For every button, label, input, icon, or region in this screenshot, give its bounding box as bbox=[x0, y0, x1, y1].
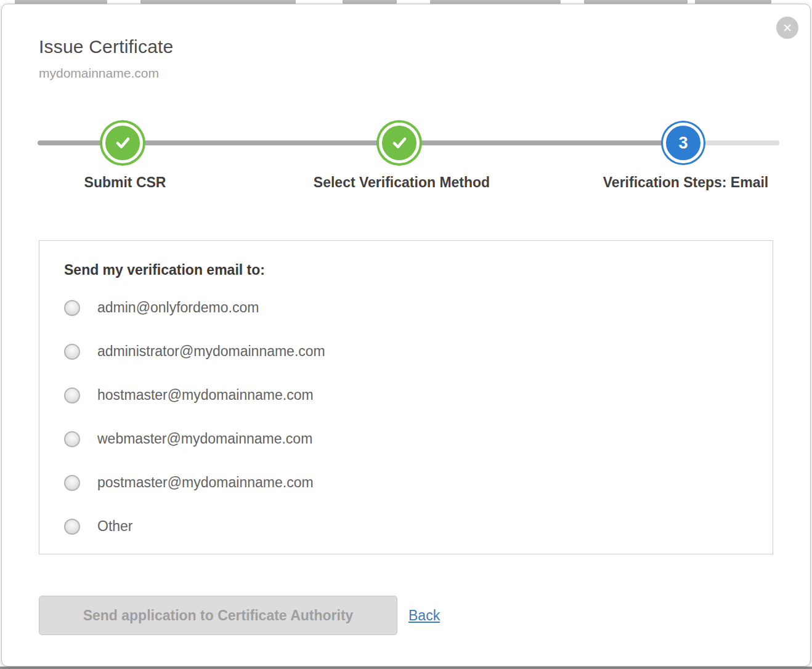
page-title: Issue Certificate bbox=[39, 36, 773, 57]
email-option-row[interactable]: administrator@mydomainname.com bbox=[64, 343, 748, 360]
email-option-row[interactable]: postmaster@mydomainname.com bbox=[64, 474, 748, 491]
email-option-row[interactable]: webmaster@mydomainname.com bbox=[64, 431, 748, 447]
issue-certificate-dialog: ✕ Issue Certificate mydomainname.com 3 S bbox=[1, 4, 811, 667]
close-icon: ✕ bbox=[782, 21, 792, 34]
check-icon bbox=[389, 133, 409, 153]
radio-button[interactable] bbox=[64, 475, 80, 491]
progress-stepper: 3 Submit CSR Select Verification Method … bbox=[2, 120, 810, 200]
radio-button[interactable] bbox=[64, 344, 80, 360]
panel-heading: Send my verification email to: bbox=[64, 262, 748, 278]
step-3-indicator: 3 bbox=[663, 123, 704, 163]
email-option-row[interactable]: Other bbox=[64, 518, 748, 535]
email-option-label[interactable]: hostmaster@mydomainname.com bbox=[97, 387, 314, 403]
back-link[interactable]: Back bbox=[408, 607, 440, 624]
radio-button[interactable] bbox=[64, 387, 80, 403]
check-icon bbox=[113, 133, 132, 153]
email-option-label[interactable]: administrator@mydomainname.com bbox=[97, 343, 325, 360]
radio-button[interactable] bbox=[64, 519, 80, 535]
domain-name: mydomainname.com bbox=[39, 66, 773, 81]
step-3-label: Verification Steps: Email bbox=[603, 174, 768, 191]
email-option-label[interactable]: postmaster@mydomainname.com bbox=[97, 474, 314, 491]
email-option-row[interactable]: admin@onlyfordemo.com bbox=[64, 299, 748, 316]
dialog-header: Issue Certificate mydomainname.com bbox=[2, 4, 810, 81]
step-2-indicator bbox=[379, 123, 420, 163]
step-number: 3 bbox=[678, 134, 688, 153]
step-2-label: Select Verification Method bbox=[314, 174, 490, 191]
radio-button[interactable] bbox=[64, 431, 80, 447]
step-1-indicator bbox=[102, 123, 143, 163]
radio-button[interactable] bbox=[64, 300, 80, 316]
step-1-label: Submit CSR bbox=[84, 174, 166, 191]
page-behind-bottom-edge bbox=[0, 667, 812, 669]
email-option-label[interactable]: Other bbox=[97, 518, 133, 535]
dialog-actions: Send application to Certificate Authorit… bbox=[39, 596, 773, 635]
email-selection-panel: Send my verification email to: admin@onl… bbox=[39, 240, 773, 554]
email-option-row[interactable]: hostmaster@mydomainname.com bbox=[64, 387, 748, 403]
email-option-label[interactable]: webmaster@mydomainname.com bbox=[97, 431, 312, 447]
close-button[interactable]: ✕ bbox=[776, 17, 798, 39]
send-application-button[interactable]: Send application to Certificate Authorit… bbox=[39, 596, 397, 635]
email-option-label[interactable]: admin@onlyfordemo.com bbox=[97, 299, 259, 316]
